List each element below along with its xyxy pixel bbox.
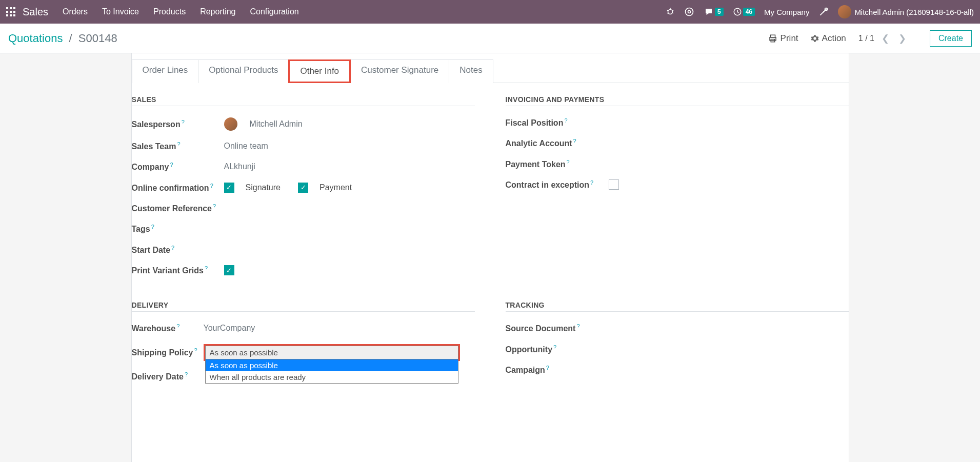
messages-badge: 5 [715, 8, 724, 16]
shipping-policy-selected[interactable]: As soon as possible [205, 346, 458, 359]
checkbox-payment[interactable]: ✓ [298, 183, 308, 193]
svg-rect-0 [6, 7, 8, 9]
controlbar: Quotations / S00148 Print Action 1 / 1 ❮… [0, 24, 980, 53]
gear-icon [811, 34, 819, 43]
label-opportunity: Opportunity? [506, 344, 598, 354]
shipping-policy-select[interactable]: As soon as possible As soon as possible … [204, 344, 460, 361]
help-icon[interactable]: ? [576, 323, 579, 329]
help-icon[interactable]: ? [194, 347, 197, 353]
company-switcher[interactable]: My Company [764, 8, 809, 16]
label-warehouse: Warehouse? [132, 323, 204, 333]
tabs: Order Lines Optional Products Other Info… [132, 53, 849, 83]
help-icon[interactable]: ? [546, 365, 549, 371]
brand[interactable]: Sales [23, 6, 48, 18]
delivery-title: DELIVERY [132, 301, 475, 312]
value-sales-team[interactable]: Online team [224, 142, 475, 151]
value-warehouse[interactable]: YourCompany [204, 324, 475, 333]
label-fiscal-position: Fiscal Position? [506, 117, 598, 128]
help-icon[interactable]: ? [205, 265, 208, 271]
label-signature: Signature [246, 183, 281, 192]
menu-reporting[interactable]: Reporting [200, 7, 235, 16]
top-menu: Orders To Invoice Products Reporting Con… [63, 7, 299, 16]
support-icon[interactable] [684, 7, 694, 17]
user-avatar-icon [838, 5, 851, 18]
label-salesperson: Salesperson? [132, 119, 224, 129]
tracking-section: TRACKING Source Document? Opportunity? C… [506, 301, 849, 392]
tab-order-lines[interactable]: Order Lines [132, 59, 199, 83]
option-asap[interactable]: As soon as possible [206, 359, 458, 371]
checkbox-print-variant[interactable]: ✓ [224, 265, 234, 275]
tab-other-info[interactable]: Other Info [288, 59, 351, 83]
value-company[interactable]: ALkhunji [224, 162, 475, 171]
label-source-doc: Source Document? [506, 323, 598, 333]
topbar-right: 5 46 My Company Mitchell Admin (21609148… [666, 5, 974, 18]
control-actions: Print Action 1 / 1 ❮ ❯ Create [768, 30, 972, 47]
help-icon[interactable]: ? [182, 119, 185, 125]
help-icon[interactable]: ? [564, 117, 567, 124]
help-icon[interactable]: ? [213, 203, 216, 209]
pager-next[interactable]: ❯ [896, 33, 908, 44]
label-print-variant: Print Variant Grids? [132, 265, 224, 275]
label-online-confirmation: Online confirmation? [132, 183, 224, 193]
help-icon[interactable]: ? [590, 179, 593, 186]
form-sheet: Order Lines Optional Products Other Info… [131, 53, 849, 462]
topbar: Sales Orders To Invoice Products Reporti… [0, 0, 980, 24]
form-body: SALES Salesperson? Mitchell Admin Sales … [132, 83, 849, 423]
svg-rect-7 [10, 14, 12, 16]
breadcrumb-current: S00148 [78, 32, 117, 45]
help-icon[interactable]: ? [573, 138, 576, 144]
checkbox-signature[interactable]: ✓ [224, 183, 234, 193]
help-icon[interactable]: ? [170, 162, 173, 168]
help-icon[interactable]: ? [553, 344, 556, 350]
sales-section: SALES Salesperson? Mitchell Admin Sales … [132, 95, 475, 286]
pager-prev[interactable]: ❮ [879, 33, 891, 44]
svg-rect-6 [6, 14, 8, 16]
svg-point-15 [685, 8, 693, 16]
menu-to-invoice[interactable]: To Invoice [102, 7, 139, 16]
help-icon[interactable]: ? [567, 159, 570, 165]
svg-rect-1 [10, 7, 12, 9]
svg-rect-2 [13, 7, 15, 9]
tracking-title: TRACKING [506, 301, 849, 312]
svg-point-16 [688, 11, 690, 13]
menu-orders[interactable]: Orders [63, 7, 88, 16]
action-button[interactable]: Action [811, 33, 846, 44]
pager-text: 1 / 1 [858, 34, 874, 43]
apps-icon[interactable] [6, 7, 15, 16]
tab-customer-signature[interactable]: Customer Signature [350, 59, 449, 83]
invoicing-title: INVOICING AND PAYMENTS [506, 95, 849, 106]
option-all-ready[interactable]: When all products are ready [206, 371, 458, 383]
menu-configuration[interactable]: Configuration [250, 7, 299, 16]
label-company: Company? [132, 162, 224, 172]
svg-rect-4 [10, 11, 12, 13]
help-icon[interactable]: ? [151, 224, 154, 230]
help-icon[interactable]: ? [210, 183, 213, 189]
label-start-date: Start Date? [132, 245, 224, 255]
tab-optional-products[interactable]: Optional Products [198, 59, 289, 83]
activities-badge: 46 [743, 8, 755, 16]
value-salesperson[interactable]: Mitchell Admin [224, 117, 475, 131]
menu-products[interactable]: Products [153, 7, 186, 16]
checkbox-contract-exception[interactable] [609, 179, 619, 190]
breadcrumb-parent[interactable]: Quotations [8, 32, 63, 45]
sales-title: SALES [132, 95, 475, 106]
bug-icon[interactable] [666, 7, 675, 16]
label-payment-token: Payment Token? [506, 159, 598, 169]
label-campaign: Campaign? [506, 365, 598, 375]
breadcrumb: Quotations / S00148 [8, 32, 117, 45]
label-analytic-account: Analytic Account? [506, 138, 598, 148]
help-icon[interactable]: ? [185, 371, 188, 377]
breadcrumb-sep: / [69, 32, 72, 45]
activities-icon[interactable]: 46 [733, 7, 755, 16]
help-icon[interactable]: ? [171, 245, 174, 251]
label-customer-reference: Customer Reference? [132, 203, 224, 213]
help-icon[interactable]: ? [177, 141, 180, 147]
print-button[interactable]: Print [768, 33, 798, 44]
tools-icon[interactable] [818, 7, 829, 17]
scroll-area[interactable]: Order Lines Optional Products Other Info… [0, 53, 980, 462]
help-icon[interactable]: ? [176, 323, 179, 329]
messages-icon[interactable]: 5 [704, 7, 724, 16]
create-button[interactable]: Create [930, 30, 972, 47]
tab-notes[interactable]: Notes [449, 59, 493, 83]
user-menu[interactable]: Mitchell Admin (21609148-16-0-all) [838, 5, 974, 18]
